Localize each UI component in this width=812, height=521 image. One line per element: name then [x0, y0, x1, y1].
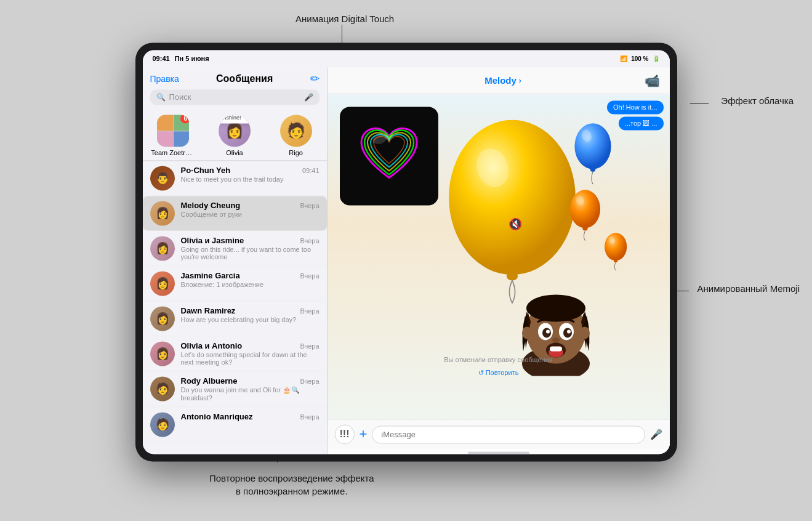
- conv-avatar-dawn: 👩: [150, 306, 175, 331]
- conv-item-dawn[interactable]: 👩 Dawn Ramirez Вчера How are you celebra…: [143, 301, 327, 336]
- cancelled-msg: Вы отменили отправку сообщения: [444, 356, 553, 363]
- olivia-unread-dot: [246, 142, 251, 147]
- pinned-name-team: Team Zoetrope: [151, 149, 195, 156]
- pinned-item-team[interactable]: 6 Team Zoetrope: [148, 115, 198, 156]
- conv-item-olivia-j[interactable]: 👩 Olivia и Jasmine Вчера Going on this r…: [143, 231, 327, 266]
- pinned-avatar-team: 6: [157, 115, 189, 147]
- digital-touch-svg: [352, 119, 426, 193]
- conv-time-olivia-a: Вчера: [300, 342, 319, 350]
- conv-avatar-melody: 👩: [150, 201, 175, 225]
- balloon-blue: [565, 119, 621, 187]
- pinned-avatar-rigo: 🧑: [280, 115, 312, 147]
- annotation-memoji: Анимированный Memoji: [697, 283, 800, 294]
- conv-avatar-jasmine: 👩: [150, 271, 175, 296]
- svg-point-12: [614, 260, 617, 263]
- conv-time-rody: Вчера: [300, 378, 319, 385]
- chat-header: Melody › 📹: [328, 67, 670, 94]
- ipad-device: 09:41 Пн 5 июня 📶 100 % 🔋: [135, 42, 677, 461]
- home-indicator: [468, 451, 529, 454]
- search-mic-icon[interactable]: 🎤: [304, 93, 313, 102]
- olivia-preview-bubble: 🤩 What a lovely day, sunshine!: [219, 115, 251, 123]
- wifi-icon: 📶: [620, 55, 627, 62]
- balloon-orange-2: [599, 230, 633, 272]
- conv-name-pochun: Po-Chun Yeh: [181, 166, 231, 175]
- conv-item-antonio[interactable]: 🧑 Antonio Manriquez Вчера: [143, 407, 327, 442]
- pinned-name-olivia: Olivia: [226, 149, 243, 156]
- status-time: 09:41: [153, 55, 170, 62]
- svg-point-1: [449, 120, 576, 275]
- back-button[interactable]: Правка: [150, 74, 179, 84]
- status-day: Пн 5 июня: [175, 55, 209, 62]
- conv-item-melody[interactable]: 👩 Melody Cheung Вчера Сообщение от руки: [143, 196, 327, 231]
- chat-panel: Melody › 📹 Oh! How is it... ...тор 🖼 ...: [328, 67, 670, 454]
- pinned-avatar-olivia: 👩 🤩 What a lovely day, sunshine!: [219, 115, 251, 147]
- conv-time-melody: Вчера: [300, 202, 319, 209]
- svg-point-7: [569, 190, 600, 228]
- pinned-item-rigo[interactable]: 🧑 Rigo: [271, 115, 321, 156]
- svg-point-21: [546, 329, 550, 333]
- conv-item-pochun[interactable]: 👨 Po-Chun Yeh 09:41 Nice to meet you on …: [143, 161, 327, 196]
- mute-icon: 🔇: [509, 217, 522, 231]
- svg-point-28: [580, 326, 590, 339]
- conv-name-olivia-a: Olivia и Antonio: [181, 341, 243, 350]
- messages-header: Правка Сообщения ✏ 🔍 Поиск 🎤: [143, 67, 327, 111]
- conv-name-olivia-j: Olivia и Jasmine: [181, 236, 244, 245]
- conv-preview-olivia-j: Going on this ride... if you want to com…: [181, 246, 320, 260]
- ipad-screen: 09:41 Пн 5 июня 📶 100 % 🔋: [143, 50, 670, 454]
- conv-item-olivia-a[interactable]: 👩 Olivia и Antonio Вчера Let's do someth…: [143, 336, 327, 371]
- fullscreen-effect: Oh! How is it... ...тор 🖼 ...: [328, 94, 670, 419]
- pinned-item-olivia[interactable]: 👩 🤩 What a lovely day, sunshine! Olivia: [210, 115, 259, 156]
- chat-input-area: !!! + 🎤: [328, 419, 670, 449]
- search-placeholder: Поиск: [169, 92, 300, 102]
- svg-point-6: [590, 168, 595, 172]
- conv-time-antonio: Вчера: [300, 413, 319, 421]
- video-call-button[interactable]: 📹: [645, 73, 660, 88]
- conv-time-pochun: 09:41: [302, 167, 320, 174]
- compose-button[interactable]: ✏: [310, 72, 320, 86]
- chevron-icon: ›: [519, 76, 521, 85]
- tapback-button[interactable]: !!!: [335, 424, 355, 444]
- bubble-msg-2: ...тор 🖼 ...: [619, 116, 664, 130]
- conv-avatar-rody: 🧑: [150, 376, 175, 401]
- conv-name-rody: Rody Albuerne: [181, 376, 238, 386]
- conv-preview-dawn: How are you celebrating your big day?: [181, 316, 320, 323]
- mic-button[interactable]: 🎤: [650, 429, 662, 440]
- annotation-bubble-effect: Эффект облачка: [721, 95, 794, 106]
- replay-button[interactable]: ↺ Повторить: [478, 369, 519, 377]
- chat-messages-area: Oh! How is it... ...тор 🖼 ...: [328, 94, 670, 419]
- conv-preview-olivia-a: Let's do something special for dawn at t…: [181, 351, 320, 366]
- page-wrapper: Анимация Digital Touch Эффект облачка Ан…: [0, 0, 812, 521]
- digital-touch-card: [340, 107, 438, 205]
- conv-time-olivia-j: Вчера: [300, 237, 319, 244]
- pinned-row: 6 Team Zoetrope 👩 🤩 What a lov: [143, 111, 327, 161]
- conv-item-rody[interactable]: 🧑 Rody Albuerne Вчера Do you wanna join …: [143, 371, 327, 407]
- status-bar: 09:41 Пн 5 июня 📶 100 % 🔋: [143, 50, 670, 67]
- conv-preview-melody: Сообщение от руки: [181, 211, 292, 218]
- annotation-digital-touch: Анимация Digital Touch: [295, 14, 394, 24]
- svg-rect-26: [550, 346, 562, 351]
- svg-point-10: [604, 233, 626, 260]
- conv-time-jasmine: Вчера: [300, 272, 319, 280]
- conv-preview-rody: Do you wanna join me and Oli for 🎂🔍 brea…: [181, 386, 320, 402]
- battery-label: 100 %: [631, 55, 648, 62]
- search-bar[interactable]: 🔍 Поиск 🎤: [150, 89, 320, 105]
- message-input[interactable]: [372, 426, 645, 443]
- annotation-replay: Повторное воспроизведение эффекта в полн…: [209, 472, 374, 498]
- svg-point-22: [567, 329, 571, 333]
- battery-icon: 🔋: [653, 55, 660, 62]
- conv-name-antonio: Antonio Manriquez: [181, 412, 253, 421]
- conv-preview-pochun: Nice to meet you on the trail today: [181, 176, 292, 183]
- chat-title[interactable]: Melody ›: [484, 75, 521, 86]
- svg-point-16: [526, 294, 585, 321]
- conv-avatar-antonio: 🧑: [150, 412, 175, 437]
- pinned-name-rigo: Rigo: [289, 149, 303, 156]
- bubble-msg-1: Oh! How is it...: [607, 100, 664, 114]
- svg-point-23: [552, 337, 560, 342]
- conv-name-melody: Melody Cheung: [181, 201, 241, 210]
- team-badge: 6: [180, 115, 189, 123]
- search-icon: 🔍: [156, 93, 166, 102]
- conv-item-jasmine[interactable]: 👩 Jasmine Garcia Вчера Вложение: 1 изобр…: [143, 266, 327, 301]
- conv-avatar-olivia-j: 👩: [150, 236, 175, 260]
- add-attachment-button[interactable]: +: [360, 426, 368, 442]
- conv-time-dawn: Вчера: [300, 307, 319, 315]
